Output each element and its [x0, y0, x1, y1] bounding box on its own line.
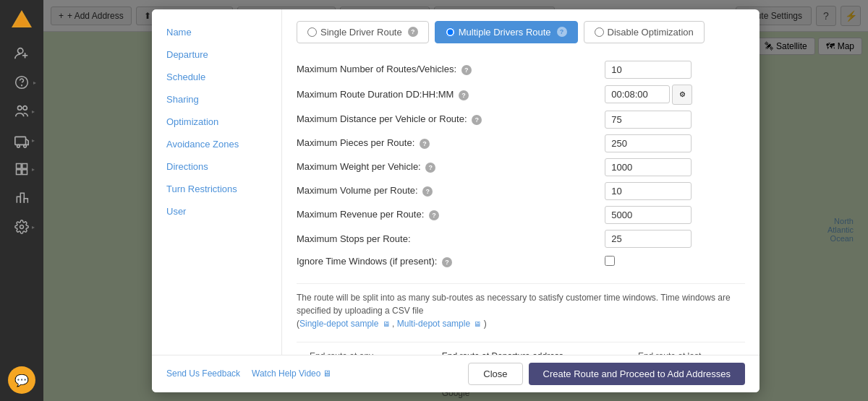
app-logo[interactable] — [7, 6, 36, 35]
nav-item-avoidance-zones[interactable]: Avoidance Zones — [152, 133, 281, 155]
max-weight-input-cell — [605, 157, 745, 178]
nav-item-departure[interactable]: Departure — [152, 43, 281, 66]
max-stops-label: Maximum Stops per Route: — [297, 228, 605, 249]
ignore-time-checkbox[interactable] — [605, 256, 615, 266]
modal-body: Name Departure Schedule Sharing Optimiza… — [152, 9, 760, 355]
single-depot-link[interactable]: Single-depot sample 🖥 — [299, 319, 390, 329]
max-pieces-label: Maximum Pieces per Route: ? — [297, 133, 605, 154]
close-button[interactable]: Close — [468, 363, 522, 385]
nav-item-schedule[interactable]: Schedule — [152, 66, 281, 88]
max-stops-input-cell — [605, 228, 745, 249]
sidebar-grid[interactable] — [6, 156, 38, 182]
max-stops-input[interactable] — [605, 230, 692, 248]
max-volume-input[interactable] — [605, 182, 692, 200]
nav-item-name[interactable]: Name — [152, 21, 281, 43]
max-volume-help-icon: ? — [422, 186, 433, 197]
max-duration-input-cell: ⚙ — [605, 83, 745, 106]
sidebar-settings[interactable] — [6, 214, 38, 240]
max-distance-label: Maximum Distance per Vehicle or Route: ? — [297, 109, 605, 130]
svg-rect-14 — [17, 170, 22, 175]
modal-overlay: Name Departure Schedule Sharing Optimiza… — [43, 0, 868, 401]
sidebar-add-user[interactable] — [6, 40, 38, 66]
svg-point-10 — [17, 145, 20, 147]
sidebar-help[interactable]: ▸ — [6, 69, 38, 95]
max-duration-row: Maximum Route Duration DD:HH:MM ? ⚙ — [297, 83, 745, 106]
route-type-selector: Single Driver Route ? Multiple Drivers R… — [297, 21, 745, 43]
max-volume-row: Maximum Volume per Route: ? — [297, 181, 745, 202]
max-distance-input-cell — [605, 109, 745, 130]
max-routes-row: Maximum Number of Routes/Vehicles: ? — [297, 59, 745, 80]
sidebar-chart[interactable] — [6, 185, 38, 211]
single-driver-help-icon: ? — [408, 27, 418, 37]
max-pieces-input[interactable] — [605, 134, 692, 152]
disable-optimization-option[interactable]: Disable Optimization — [584, 21, 705, 43]
footer-actions: Close Create Route and Proceed to Add Ad… — [468, 363, 745, 385]
modal-footer: Send Us Feedback Watch Help Video 🖥 Clos… — [152, 355, 760, 392]
nav-item-sharing[interactable]: Sharing — [152, 88, 281, 111]
max-pieces-input-cell — [605, 133, 745, 154]
svg-rect-9 — [15, 137, 26, 145]
max-routes-help-icon: ? — [461, 65, 472, 75]
modal-content: Single Driver Route ? Multiple Drivers R… — [282, 9, 760, 355]
svg-point-2 — [18, 48, 23, 53]
watch-video-link[interactable]: Watch Help Video 🖥 — [252, 368, 331, 379]
svg-rect-15 — [22, 170, 27, 175]
multi-depot-link[interactable]: Multi-depot sample 🖥 — [397, 319, 482, 329]
max-pieces-row: Maximum Pieces per Route: ? — [297, 133, 745, 154]
max-weight-label: Maximum Weight per Vehicle: ? — [297, 157, 605, 178]
chat-button[interactable]: 💬 — [8, 366, 35, 394]
max-routes-input-cell — [605, 59, 745, 80]
single-driver-radio[interactable] — [307, 27, 317, 37]
svg-point-11 — [24, 145, 27, 147]
external-link-icon-1: 🖥 — [383, 320, 390, 328]
max-distance-input[interactable] — [605, 111, 692, 129]
time-windows-info: The route will be split into as many sub… — [297, 283, 745, 330]
disable-optimization-radio[interactable] — [595, 27, 604, 37]
sidebar-team[interactable] — [6, 98, 38, 124]
svg-point-7 — [18, 106, 22, 111]
max-weight-help-icon: ? — [425, 163, 435, 173]
gear-clock-icon: ⚙ — [679, 90, 686, 98]
svg-rect-12 — [17, 164, 22, 169]
max-distance-row: Maximum Distance per Vehicle or Route: ? — [297, 109, 745, 130]
max-duration-help-icon: ? — [459, 90, 469, 100]
duration-settings-btn[interactable]: ⚙ — [672, 85, 692, 105]
ignore-time-checkbox-cell — [605, 252, 745, 272]
optimization-form: Maximum Number of Routes/Vehicles: ? Max… — [297, 56, 745, 275]
svg-point-8 — [23, 106, 27, 111]
ignore-time-help-icon: ? — [442, 257, 452, 267]
multiple-drivers-option[interactable]: Multiple Drivers Route ? — [435, 21, 578, 43]
multiple-drivers-help-icon: ? — [557, 27, 567, 37]
end-route-options: End route at any address ? End route at … — [297, 342, 745, 355]
nav-item-optimization[interactable]: Optimization — [152, 111, 281, 133]
max-duration-label: Maximum Route Duration DD:HH:MM ? — [297, 83, 605, 106]
max-revenue-input[interactable] — [605, 206, 692, 224]
footer-links: Send Us Feedback Watch Help Video 🖥 — [166, 368, 331, 379]
max-revenue-help-icon: ? — [429, 210, 439, 220]
max-stops-row: Maximum Stops per Route: — [297, 228, 745, 249]
ignore-time-row: Ignore Time Windows (if present): ? — [297, 252, 745, 272]
duration-wrapper: ⚙ — [605, 85, 745, 105]
video-icon: 🖥 — [323, 368, 331, 379]
max-pieces-help-icon: ? — [420, 139, 430, 149]
multiple-drivers-radio[interactable] — [446, 27, 455, 37]
modal-dialog: Name Departure Schedule Sharing Optimiza… — [152, 9, 760, 392]
max-distance-help-icon: ? — [472, 115, 482, 125]
max-weight-input[interactable] — [605, 158, 692, 176]
send-feedback-link[interactable]: Send Us Feedback — [166, 368, 240, 379]
nav-item-directions[interactable]: Directions — [152, 155, 281, 178]
max-routes-input[interactable] — [605, 61, 692, 79]
max-duration-input[interactable] — [605, 85, 670, 103]
max-routes-label: Maximum Number of Routes/Vehicles: ? — [297, 59, 605, 80]
left-sidebar: ▸ 💬 — [0, 0, 43, 401]
max-revenue-row: Maximum Revenue per Route: ? — [297, 204, 745, 225]
sidebar-delivery[interactable] — [6, 127, 38, 153]
single-driver-option[interactable]: Single Driver Route ? — [297, 21, 429, 43]
nav-item-user[interactable]: User — [152, 200, 281, 223]
nav-item-turn-restrictions[interactable]: Turn Restrictions — [152, 178, 281, 200]
max-volume-input-cell — [605, 181, 745, 202]
modal-nav: Name Departure Schedule Sharing Optimiza… — [152, 9, 282, 355]
create-route-button[interactable]: Create Route and Proceed to Add Addresse… — [529, 363, 745, 385]
max-volume-label: Maximum Volume per Route: ? — [297, 181, 605, 202]
svg-point-6 — [22, 85, 22, 86]
